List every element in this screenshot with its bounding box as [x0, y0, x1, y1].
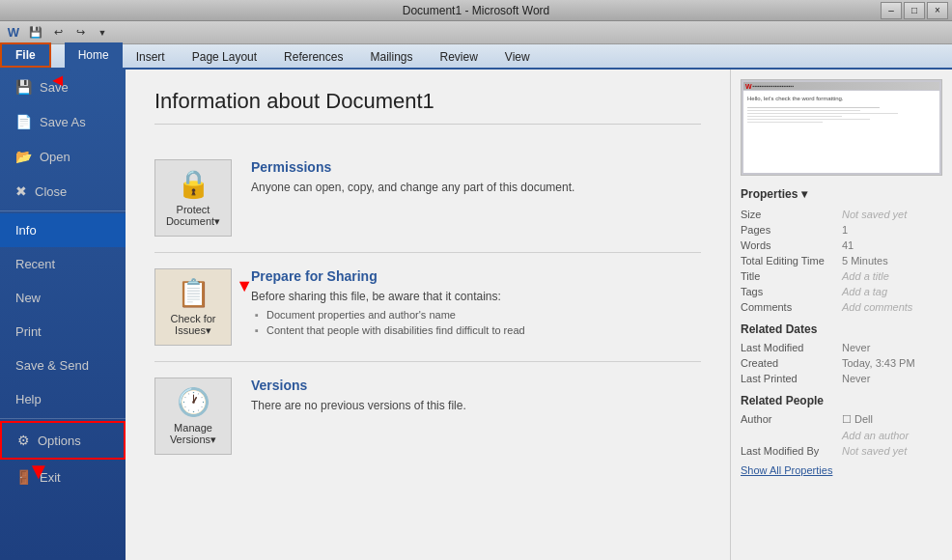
save-icon: 💾 — [15, 79, 32, 95]
sidebar-item-open[interactable]: 📂 Open — [0, 139, 126, 174]
tab-references[interactable]: References — [270, 46, 356, 68]
sidebar-item-options[interactable]: ⚙ Options — [0, 421, 126, 460]
document-preview: W ▪▪▪▪▪▪▪▪▪▪▪▪▪▪▪▪▪▪▪▪▪▪▪▪ Hello, let's … — [741, 79, 942, 176]
customize-quick-access[interactable]: ▼ — [93, 24, 112, 42]
versions-section: 🕐 Manage Versions▾ Versions There are no… — [154, 362, 701, 470]
tab-page-layout[interactable]: Page Layout — [179, 46, 270, 68]
prop-title[interactable]: Title Add a title — [741, 270, 942, 282]
prop-created: Created Today, 3:43 PM — [741, 357, 942, 369]
save-as-icon: 📄 — [15, 114, 32, 129]
sidebar-item-help[interactable]: Help — [0, 382, 126, 416]
sharing-section: 📋 Check for Issues▾ ▼ Prepare for Sharin… — [154, 253, 701, 362]
manage-versions-button[interactable]: 🕐 Manage Versions▾ — [154, 378, 232, 455]
prop-last-modified: Last Modified Never — [741, 342, 942, 353]
right-panel: W ▪▪▪▪▪▪▪▪▪▪▪▪▪▪▪▪▪▪▪▪▪▪▪▪ Hello, let's … — [730, 70, 952, 560]
sidebar-item-close[interactable]: ✖ Close — [0, 174, 126, 209]
sharing-list-item-1: Document properties and author's name — [251, 307, 701, 322]
title-bar-text: Document1 - Microsoft Word — [403, 4, 550, 17]
sidebar-divider-1 — [0, 210, 126, 211]
properties-header[interactable]: Properties ▾ — [741, 187, 942, 201]
sharing-list: Document properties and author's name Co… — [251, 307, 701, 338]
prop-last-modified-by: Last Modified By Not saved yet — [741, 445, 942, 457]
prop-comments[interactable]: Comments Add comments — [741, 301, 942, 313]
versions-icon: 🕐 — [177, 386, 210, 418]
sharing-title: Prepare for Sharing — [251, 268, 701, 284]
sidebar-divider-2 — [0, 418, 126, 419]
lock-icon: 🔒 — [177, 168, 210, 200]
prop-last-printed: Last Printed Never — [741, 373, 942, 384]
prop-words: Words 41 — [741, 239, 942, 251]
main-layout: 💾 Save 📄 Save As 📂 Open ✖ Close Info Rec… — [0, 70, 952, 560]
related-dates-header: Related Dates — [741, 322, 942, 336]
permissions-title: Permissions — [251, 159, 701, 175]
title-bar-controls: – □ × — [881, 2, 948, 19]
related-people-header: Related People — [741, 394, 942, 407]
quick-access-toolbar: W 💾 ↩ ↪ ▼ — [0, 21, 952, 44]
sidebar-item-new[interactable]: New — [0, 281, 126, 315]
sidebar-item-print[interactable]: Print — [0, 315, 126, 349]
arrow-to-home-icon: ◄ — [49, 70, 67, 91]
versions-desc: There are no previous versions of this f… — [251, 399, 701, 412]
prop-tags[interactable]: Tags Add a tag — [741, 286, 942, 297]
open-icon: 📂 — [15, 149, 32, 164]
sharing-list-item-2: Content that people with disabilities fi… — [251, 322, 701, 338]
save-quick-button[interactable]: 💾 — [26, 24, 45, 42]
prop-author: Author ☐ Dell — [741, 413, 942, 426]
minimize-button[interactable]: – — [881, 2, 902, 19]
title-bar: Document1 - Microsoft Word – □ × — [0, 0, 952, 21]
tab-review[interactable]: Review — [426, 46, 490, 68]
permissions-content: Permissions Anyone can open, copy, and c… — [251, 159, 701, 198]
check-issues-wrapper: 📋 Check for Issues▾ ▼ — [154, 268, 232, 346]
check-issues-icon: 📋 — [177, 277, 210, 309]
tab-view[interactable]: View — [491, 46, 544, 68]
sharing-desc: Before sharing this file, be aware that … — [251, 290, 701, 303]
options-icon: ⚙ — [17, 433, 30, 448]
ribbon-tabs: File ◄ Home Insert Page Layout Reference… — [0, 44, 952, 70]
word-icon: W — [4, 24, 23, 42]
versions-title: Versions — [251, 378, 701, 393]
tab-insert[interactable]: Insert — [123, 46, 179, 68]
permissions-desc: Anyone can open, copy, and change any pa… — [251, 181, 701, 194]
close-button[interactable]: × — [927, 2, 948, 19]
file-tab[interactable]: File — [0, 42, 51, 68]
content-area: Information about Document1 🔒 Protect Do… — [126, 70, 730, 560]
undo-button[interactable]: ↩ — [48, 24, 68, 42]
check-for-issues-button[interactable]: 📋 Check for Issues▾ — [154, 268, 232, 346]
arrow-down-to-options-icon: ▼ — [27, 458, 50, 485]
protect-document-button[interactable]: 🔒 Protect Document▾ — [154, 159, 232, 237]
arrow-check-issues-icon: ▼ — [236, 276, 253, 296]
sidebar-item-exit[interactable]: 🚪 Exit — [0, 460, 126, 494]
sharing-content: Prepare for Sharing Before sharing this … — [251, 268, 701, 338]
sidebar-item-info[interactable]: Info — [0, 213, 126, 247]
sidebar-item-save-send[interactable]: Save & Send — [0, 349, 126, 382]
tab-home[interactable]: Home — [65, 42, 123, 68]
tab-mailings[interactable]: Mailings — [356, 46, 426, 68]
prop-size: Size Not saved yet — [741, 209, 942, 220]
permissions-section: 🔒 Protect Document▾ Permissions Anyone c… — [154, 144, 701, 253]
sidebar-item-recent[interactable]: Recent — [0, 247, 126, 281]
show-all-properties-link[interactable]: Show All Properties — [741, 464, 942, 476]
close-doc-icon: ✖ — [15, 183, 27, 199]
sidebar: 💾 Save 📄 Save As 📂 Open ✖ Close Info Rec… — [0, 70, 126, 560]
prop-pages: Pages 1 — [741, 224, 942, 236]
maximize-button[interactable]: □ — [904, 2, 925, 19]
page-title: Information about Document1 — [154, 89, 701, 125]
versions-content: Versions There are no previous versions … — [251, 378, 701, 416]
prop-editing-time: Total Editing Time 5 Minutes — [741, 255, 942, 266]
redo-button[interactable]: ↪ — [70, 24, 90, 42]
sidebar-item-save-as[interactable]: 📄 Save As — [0, 104, 126, 139]
prop-add-author[interactable]: Add an author — [741, 430, 942, 441]
